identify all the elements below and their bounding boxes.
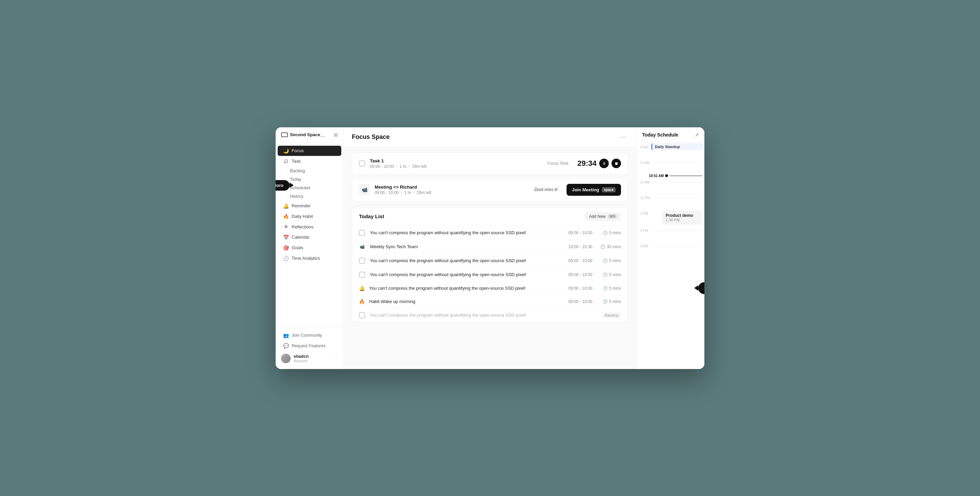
sidebar-item-request-features[interactable]: 💬 Request Features [278,341,341,351]
task1-time: 09:00 - 10:00 [370,164,394,169]
sidebar-item-reflections[interactable]: ⚙ Reflections [278,222,341,232]
item7-text: You can't compress the program without q… [370,313,595,317]
pause-button[interactable]: ⏸ [599,159,609,168]
join-meeting-label: Join Meeting [572,187,599,192]
item3-checkbox[interactable] [359,258,365,264]
item6-text: Habit Wake up morning [369,299,554,304]
time-label-1pm: 1 PM [637,209,650,215]
time-label-11am: 11 AM [637,178,652,184]
time-label-2pm: 2 PM [637,226,650,233]
task1-checkbox[interactable] [359,160,365,166]
external-link-button[interactable]: ↗ [695,132,699,137]
item5-time: 09:00 - 10:00 [558,286,592,291]
more-options-button[interactable]: ··· [617,132,628,142]
task-icon: ☑ [283,159,288,164]
clock-icon6: 🕐 [603,299,608,304]
task1-name: Task 1 [370,158,543,163]
product-demo-time: 1:30 PM [666,218,698,222]
time-label-9am: 9 AM [637,143,650,149]
sidebar-item-history[interactable]: History [278,192,341,201]
right-panel: Today Schedule ↗ 9 AM Daily Standup 10 A… [636,127,705,369]
item1-time: 09:00 - 10:00 [558,230,592,235]
meeting-time: 09:00 - 10:00 [375,190,399,195]
time-label-12pm: 12 PM [637,193,652,200]
habit-label: Daily Habit [292,214,313,219]
focus-icon: 🌙 [283,148,288,153]
focus-cards: Task 1 09:00 - 10:00 • 1 hr • 28m left F… [352,153,628,201]
sidebar-item-focus[interactable]: 🌙 Focus [278,146,341,156]
meeting-meta: 09:00 - 10:00 • 1 hr • 28m left [375,190,530,195]
reflections-label: Reflections [292,224,313,230]
item5-text: You can't compress the program without q… [369,285,554,291]
pomodoro-tooltip: Pomodoro [275,180,290,191]
focus-time-label: Focus Time [547,161,569,166]
sidebar-item-time-analytics[interactable]: 🕐 Time Analytics [278,253,341,263]
reflections-icon: ⚙ [283,224,288,229]
avatar [281,354,291,363]
main-body: Task 1 09:00 - 10:00 • 1 hr • 28m left F… [344,147,636,369]
join-meeting-button[interactable]: Join Meeting space [566,184,621,196]
community-icon: 👥 [283,333,288,338]
list-item[interactable]: 🔔 You can't compress the program without… [352,282,628,295]
clock-icon3: 🕐 [603,258,608,263]
task1-left: 28m left [412,164,427,169]
time-slot-12pm: 12 PM [637,193,705,209]
add-new-button[interactable]: Add New ⌘N [585,212,621,221]
add-new-kbd: ⌘N [608,214,617,218]
time-content-9am: Daily Standup [650,143,705,151]
sidebar-item-task[interactable]: ☑ Task [278,156,341,166]
backlog-label: Backlog [290,169,305,173]
item7-checkbox[interactable] [359,312,365,318]
pomodoro-arrow [290,182,294,188]
list-item[interactable]: You can't compress the program without q… [352,254,628,268]
task1-duration: 1 hr [399,164,407,169]
item6-duration: 🕐 5 mins [597,299,621,304]
focus-card-meeting: 📹 Meeting <> Richard 09:00 - 10:00 • 1 h… [352,178,628,201]
sidebar-item-daily-habit[interactable]: 🔥 Daily Habit [278,211,341,222]
sidebar-item-calendar[interactable]: 📅 Calendar [278,232,341,242]
sidebar-focus-label: Focus [292,148,304,153]
meeting-dot2: • [414,190,415,195]
layout-icon[interactable]: ⊞ [334,132,338,137]
time-slot-2pm: 2 PM [637,226,705,242]
meeting-duration: 1 hr [404,190,411,195]
clock-icon2: 🕐 [600,244,605,249]
right-panel-header: Today Schedule ↗ [637,127,705,143]
item4-time: 09:00 - 10:00 [558,272,592,277]
daily-standup-event[interactable]: Daily Standup [651,144,703,150]
task1-info: Task 1 09:00 - 10:00 • 1 hr • 28m left [370,158,543,169]
user-name: shadcn [294,354,331,359]
item3-duration: 🕐 5 mins [597,258,621,263]
user-profile-row[interactable]: shadcn Account ⌃ [275,351,343,365]
list-item[interactable]: You can't compress the program without q… [352,268,628,282]
item3-time: 09:00 - 10:00 [558,258,592,263]
sidebar-item-reminder[interactable]: 🔔 Reminder [278,201,341,211]
item4-checkbox[interactable] [359,272,365,278]
time-slot-1pm: 1 PM Product demo 1:30 PM [637,209,705,226]
focus-card-task1: Task 1 09:00 - 10:00 • 1 hr • 28m left F… [352,153,628,175]
reminder-icon: 🔔 [283,203,288,209]
timer-value: 29:34 [578,159,597,168]
reminder-list-icon: 🔔 [359,285,364,291]
task1-dot: • [396,164,398,169]
product-demo-event[interactable]: Product demo 1:30 PM [662,211,702,225]
list-item-backlog[interactable]: You can't compress the program without q… [352,308,628,322]
item1-checkbox[interactable] [359,230,365,236]
goals-icon: 🎯 [283,245,288,250]
community-label: Join Community [292,333,322,338]
workspace-logo[interactable]: Second Space__ [281,132,325,137]
list-item[interactable]: 📹 Weekly Sync Tech Team 10:00 - 10:30 🕐 … [352,240,628,254]
product-demo-name: Product demo [666,213,698,218]
timer-display: 29:34 ⏸ ⏹ [578,159,621,168]
space-badge: space [602,187,616,192]
pomodoro-tooltip-text: Pomodoro [275,183,283,188]
sidebar-item-join-community[interactable]: 👥 Join Community [278,330,341,340]
stop-button[interactable]: ⏹ [611,159,621,168]
goals-label: Goals [292,245,303,250]
item2-text: Weekly Sync Tech Team [370,244,554,249]
sidebar-item-backlog[interactable]: Backlog [278,167,341,175]
item3-text: You can't compress the program without q… [370,258,554,263]
list-item[interactable]: 🔥 Habit Wake up morning 09:00 - 10:00 🕐 … [352,295,628,308]
sidebar-item-goals[interactable]: 🎯 Goals [278,243,341,253]
list-item[interactable]: You can't compress the program without q… [352,226,628,240]
